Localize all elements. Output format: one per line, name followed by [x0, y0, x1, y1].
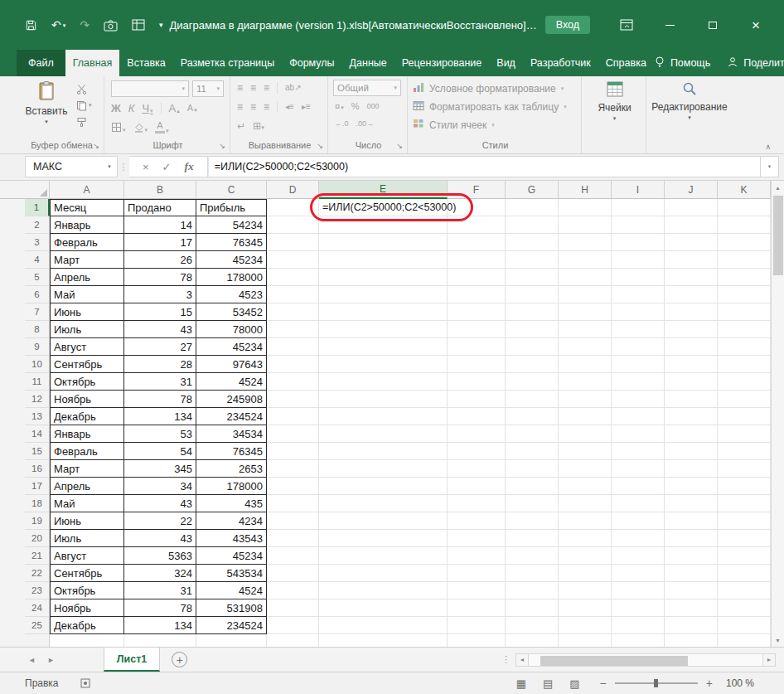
cell-G7[interactable] — [506, 303, 559, 321]
cell-K12[interactable] — [718, 391, 771, 408]
scroll-left-icon[interactable]: ◄ — [515, 653, 529, 667]
cell-C13[interactable]: 234524 — [196, 408, 267, 425]
table-icon[interactable] — [132, 19, 145, 31]
merge-center-button[interactable]: ⊞▾ — [253, 121, 264, 131]
cell-H14[interactable] — [559, 425, 612, 443]
cell-H4[interactable] — [559, 251, 612, 269]
cell-D23[interactable] — [267, 582, 319, 599]
zoom-knob[interactable] — [654, 679, 658, 687]
cell-E4[interactable] — [319, 251, 448, 269]
cell-K23[interactable] — [718, 582, 771, 599]
cell-E18[interactable] — [319, 495, 448, 512]
cell-F25[interactable] — [448, 617, 506, 634]
cell-F5[interactable] — [448, 269, 506, 286]
cell-B17[interactable]: 34 — [124, 478, 196, 495]
collapse-ribbon-icon[interactable]: ∧ — [765, 143, 771, 151]
cell-C20[interactable]: 43543 — [196, 530, 267, 547]
cell-D20[interactable] — [267, 530, 319, 547]
cell-F22[interactable] — [448, 565, 506, 582]
row-header-6[interactable]: 6 — [25, 286, 50, 303]
cell-E15[interactable] — [319, 443, 448, 460]
cell-E23[interactable] — [319, 582, 448, 599]
cell-G15[interactable] — [506, 443, 559, 460]
row-header-7[interactable]: 7 — [25, 303, 50, 321]
add-sheet-button[interactable]: + — [172, 652, 187, 667]
column-header-D[interactable]: D — [267, 181, 319, 199]
cell-K17[interactable] — [718, 478, 771, 495]
tab-главная[interactable]: Главная — [65, 50, 120, 76]
cell-K6[interactable] — [718, 286, 771, 303]
cell-F6[interactable] — [448, 286, 506, 303]
cell-B15[interactable]: 54 — [124, 443, 196, 460]
zoom-in-button[interactable]: + — [706, 677, 713, 689]
align-top-icon[interactable]: ≡ — [237, 83, 243, 93]
cell-G13[interactable] — [506, 408, 559, 425]
cell-C15[interactable]: 76345 — [196, 443, 267, 460]
cell-J18[interactable] — [665, 495, 718, 512]
row-header-1[interactable]: 1 — [25, 199, 50, 216]
column-header-J[interactable]: J — [665, 181, 718, 199]
cell-E25[interactable] — [319, 617, 448, 634]
maximize-button[interactable] — [706, 18, 719, 32]
row-header-19[interactable]: 19 — [25, 512, 50, 530]
cell-B3[interactable]: 17 — [124, 234, 196, 251]
cell-A4[interactable]: Март — [50, 251, 124, 269]
cell-F12[interactable] — [448, 391, 506, 408]
cell-H17[interactable] — [559, 478, 612, 495]
cell-I14[interactable] — [612, 425, 665, 443]
redo-icon[interactable]: ↷ — [80, 19, 90, 31]
cell-H24[interactable] — [559, 599, 612, 617]
cell-F8[interactable] — [448, 321, 506, 338]
cell-H11[interactable] — [559, 373, 612, 391]
cell-B7[interactable]: 15 — [124, 303, 196, 321]
cell-G6[interactable] — [506, 286, 559, 303]
row-header-20[interactable]: 20 — [25, 530, 50, 547]
cell-C12[interactable]: 245908 — [196, 391, 267, 408]
cell-J1[interactable] — [665, 199, 718, 216]
column-header-C[interactable]: C — [196, 181, 267, 199]
cell-G1[interactable] — [506, 199, 559, 216]
cell-D5[interactable] — [267, 269, 319, 286]
font-size-combobox[interactable]: 11▾ — [192, 80, 224, 97]
cell-A24[interactable]: Ноябрь — [50, 599, 124, 617]
select-all-corner[interactable] — [25, 181, 50, 199]
cell-A21[interactable]: Август — [50, 547, 124, 565]
column-header-B[interactable]: B — [124, 181, 196, 199]
cell-A7[interactable]: Июнь — [50, 303, 124, 321]
cell-A17[interactable]: Апрель — [50, 478, 124, 495]
cell-G14[interactable] — [506, 425, 559, 443]
cell-C22[interactable]: 543534 — [196, 565, 267, 582]
cell-K24[interactable] — [718, 599, 771, 617]
column-header-I[interactable]: I — [612, 181, 665, 199]
cell-D11[interactable] — [267, 373, 319, 391]
cell-K15[interactable] — [718, 443, 771, 460]
cell-K1[interactable] — [718, 199, 771, 216]
cell-F16[interactable] — [448, 460, 506, 478]
cell-E8[interactable] — [319, 321, 448, 338]
zoom-out-button[interactable]: − — [600, 677, 607, 689]
cell-F13[interactable] — [448, 408, 506, 425]
cell-D19[interactable] — [267, 512, 319, 530]
cell-G16[interactable] — [506, 460, 559, 478]
cell-E13[interactable] — [319, 408, 448, 425]
accounting-format-button[interactable]: ¤▾ — [335, 101, 344, 111]
cell-H5[interactable] — [559, 269, 612, 286]
cell-C23[interactable]: 4524 — [196, 582, 267, 599]
cell-K25[interactable] — [718, 617, 771, 634]
editing-button[interactable]: Редактирование ▾ — [651, 78, 727, 121]
cell-D12[interactable] — [267, 391, 319, 408]
cell-J13[interactable] — [665, 408, 718, 425]
grow-font-button[interactable]: А▴ — [169, 103, 180, 114]
expand-formula-bar-icon[interactable]: ▾ — [761, 156, 779, 177]
enter-button[interactable]: ✓ — [162, 162, 172, 172]
cell-I21[interactable] — [612, 547, 665, 565]
cell-B18[interactable]: 43 — [124, 495, 196, 512]
tab-разработчик[interactable]: Разработчик — [523, 50, 598, 76]
cell-A1[interactable]: Месяц — [50, 199, 124, 216]
cell-G21[interactable] — [506, 547, 559, 565]
column-header-G[interactable]: G — [506, 181, 559, 199]
row-header-15[interactable]: 15 — [25, 443, 50, 460]
tab-рецензирование[interactable]: Рецензирование — [394, 50, 490, 76]
cell-J7[interactable] — [665, 303, 718, 321]
cell-D14[interactable] — [267, 425, 319, 443]
